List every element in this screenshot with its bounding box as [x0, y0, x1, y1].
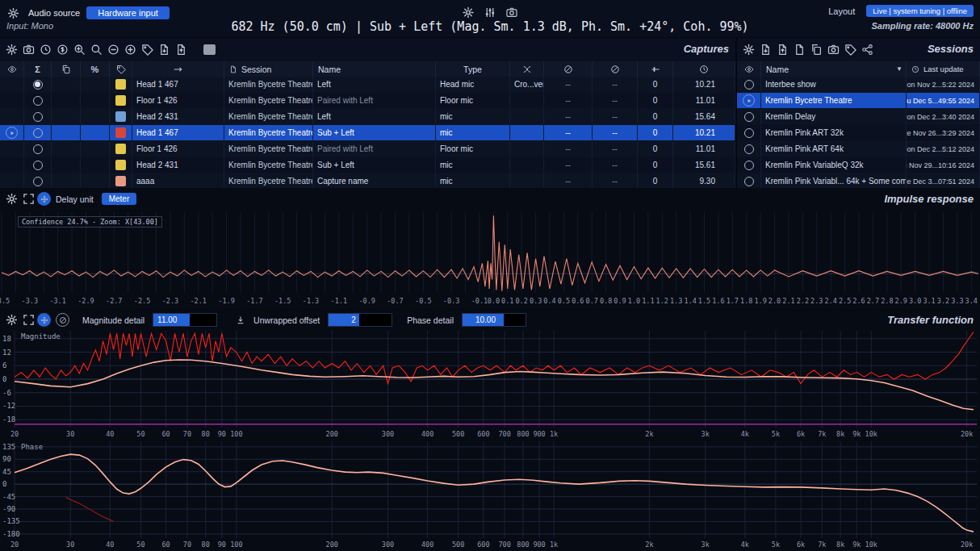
session-export-button[interactable] [774, 40, 791, 58]
settings-gear-icon[interactable] [460, 3, 477, 21]
captures-settings-button[interactable] [3, 40, 20, 58]
capture-color-swatch[interactable] [115, 79, 126, 90]
session-radio[interactable] [744, 144, 754, 154]
capture-color-swatch[interactable] [115, 111, 126, 122]
session-row[interactable]: Interbee show Mon Nov 2...5:22 2024 [737, 77, 980, 93]
unwrapped-offset-input[interactable]: 2 [328, 313, 392, 327]
session-row[interactable]: Kremlin Pink ART 32k Tue Nov 26...3:29 2… [737, 125, 980, 141]
sessions-settings-button[interactable] [740, 40, 757, 58]
capture-row[interactable]: Head 2 431 Kremlin Bycetre Theatre Left … [0, 109, 735, 125]
captures-history-button[interactable] [37, 40, 54, 58]
capture-row-selected[interactable]: Head 1 467 Kremlin Bycetre Theatre Sub +… [0, 125, 735, 141]
session-snapshot-button[interactable] [825, 40, 842, 58]
play-icon[interactable] [743, 94, 755, 106]
session-row[interactable]: Kremlin Delay Mon Dec 2...3:40 2024 [737, 109, 980, 125]
captures-remove-button[interactable] [105, 40, 122, 58]
session-column-header[interactable]: Session [224, 61, 313, 77]
session-name-column-header[interactable]: Name▼ [761, 61, 907, 77]
type-column-header[interactable]: Type [436, 61, 510, 77]
crossover-column-header[interactable] [510, 61, 544, 77]
sum-column-header[interactable]: Σ [24, 61, 52, 77]
sum-radio[interactable] [33, 112, 43, 122]
polarity-column-header[interactable] [544, 61, 593, 77]
session-row[interactable]: Kremlin Pink ART 64k Mon Dec 2...5:12 20… [737, 141, 980, 157]
sum-radio[interactable] [33, 96, 43, 106]
session-row[interactable]: Kremlin Pink VariableQ 32k Fri Nov 29...… [737, 157, 980, 173]
sum-radio[interactable] [33, 80, 43, 90]
phase-chart[interactable]: 13590450-45-90-135-180 Phase [0, 440, 980, 540]
impulse-axes-button[interactable] [37, 192, 51, 206]
name-column-header[interactable]: Name [313, 61, 436, 77]
capture-row[interactable]: Floor 1 426 Kremlin Bycetre Theatre Pair… [0, 141, 735, 157]
capture-row[interactable]: Head 2 431 Kremlin Bycetre Theatre Sub +… [0, 157, 735, 173]
capture-row[interactable]: aaaa Kremlin Bycetre Theatre Capture nam… [0, 173, 735, 190]
capture-inversion: -- [593, 173, 638, 189]
percent-column-header[interactable]: % [81, 61, 110, 77]
session-radio[interactable] [744, 177, 754, 186]
capture-gain: 0 [638, 141, 673, 157]
session-radio[interactable] [744, 112, 754, 122]
sliders-icon[interactable] [482, 3, 499, 21]
session-radio[interactable] [744, 80, 754, 90]
session-last-update-column-header[interactable]: Last update [907, 61, 980, 77]
visibility-column-header[interactable] [0, 61, 24, 77]
impulse-response-chart[interactable]: Confidence 24.7% - Zoom: X[43.00] [0, 210, 980, 295]
transfer-fullscreen-button[interactable] [20, 311, 37, 329]
screenshot-camera-icon[interactable] [504, 3, 521, 21]
captures-zoom-in-button[interactable] [71, 40, 88, 58]
session-radio[interactable] [744, 128, 754, 138]
tick-label: 40 [98, 541, 121, 549]
impulse-settings-button[interactable] [3, 190, 20, 208]
captures-add-button[interactable] [122, 40, 139, 58]
capture-color-swatch[interactable] [115, 144, 126, 154]
hardware-input-button[interactable]: Hardware input [86, 6, 170, 19]
capture-label: Sub + Left [313, 157, 436, 173]
sum-radio[interactable] [33, 128, 43, 138]
capture-color-swatch[interactable] [115, 95, 126, 106]
mode-switch-button[interactable]: Live | system tuning | offline [866, 5, 974, 17]
captures-calibration-button[interactable] [54, 40, 71, 58]
session-radio[interactable] [744, 161, 754, 170]
phase-detail-label: Phase detail [407, 315, 454, 325]
session-row[interactable]: Kremlin Pink Variabl... 64k + Some comme… [737, 173, 980, 190]
session-visibility-column-header[interactable] [737, 61, 761, 77]
sum-radio[interactable] [33, 144, 43, 154]
capture-crossover [510, 93, 544, 108]
sum-radio[interactable] [33, 177, 43, 186]
captures-tag-button[interactable] [139, 40, 156, 58]
impulse-fullscreen-button[interactable] [20, 190, 37, 208]
capture-name-column-header[interactable] [132, 61, 224, 77]
group-column-header[interactable] [52, 61, 81, 77]
capture-color-swatch[interactable] [115, 176, 126, 186]
captures-export-button[interactable] [173, 40, 190, 58]
transfer-polarity-button[interactable] [56, 313, 69, 327]
color-column-header[interactable] [110, 61, 132, 77]
session-import-button[interactable] [757, 40, 774, 58]
transfer-settings-button[interactable] [3, 311, 20, 329]
captures-snapshot-button[interactable] [20, 40, 37, 58]
phase-detail-input[interactable]: 10.00 [462, 313, 526, 327]
captures-import-button[interactable] [156, 40, 173, 58]
session-duplicate-button[interactable] [808, 40, 825, 58]
magnitude-detail-input[interactable]: 11.00 [153, 313, 217, 327]
layout-button[interactable]: Layout [828, 6, 855, 16]
capture-inversion: -- [593, 109, 638, 124]
transfer-axes-button[interactable] [37, 313, 51, 327]
capture-color-swatch[interactable] [115, 127, 126, 138]
session-row-selected[interactable]: Kremlin Bycetre Theatre Thu Dec 5...49:5… [737, 93, 980, 109]
inversion-column-header[interactable] [593, 61, 638, 77]
captures-zoom-button[interactable] [88, 40, 105, 58]
meter-button[interactable]: Meter [102, 193, 137, 205]
capture-color-picker[interactable] [201, 40, 218, 58]
capture-row[interactable]: Floor 1 426 Kremlin Bycetre Theatre Pair… [0, 93, 735, 109]
sum-radio[interactable] [33, 161, 43, 170]
capture-color-swatch[interactable] [115, 160, 126, 170]
capture-row[interactable]: Head 1 467 Kremlin Bycetre Theatre Left … [0, 77, 735, 93]
delay-column-header[interactable] [673, 61, 735, 77]
magnitude-chart[interactable]: 181260-6-12-18 Magnitude [0, 329, 980, 429]
gain-column-header[interactable] [638, 61, 673, 77]
session-share-button[interactable] [859, 40, 876, 58]
play-icon[interactable] [6, 127, 18, 139]
session-new-button[interactable] [791, 40, 808, 58]
session-notes-button[interactable] [842, 40, 859, 58]
